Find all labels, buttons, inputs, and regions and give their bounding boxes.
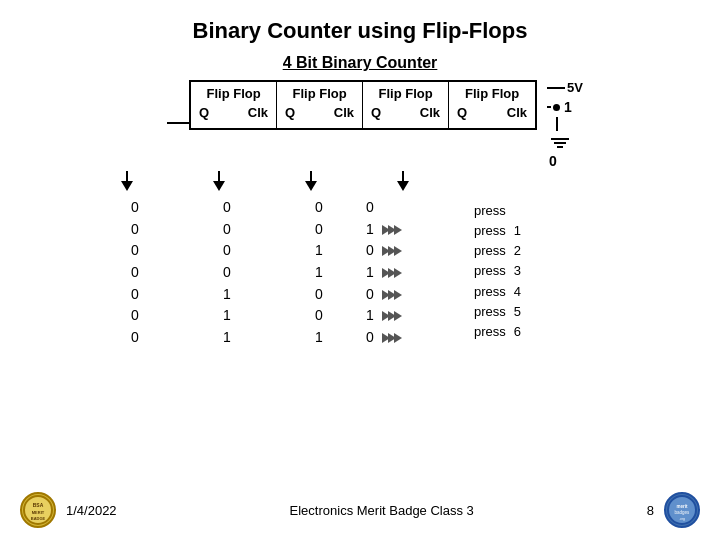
press-section: press press 1 press 2 press 3 press 4 pr… bbox=[474, 201, 524, 349]
svg-text:badges: badges bbox=[675, 510, 691, 515]
c1r3: 0 bbox=[131, 240, 139, 262]
arrow-ff2 bbox=[174, 171, 264, 193]
press-num-4: 4 bbox=[514, 282, 524, 302]
press-row-0: press bbox=[474, 201, 524, 221]
footer-date: 1/4/2022 bbox=[66, 503, 117, 518]
vert-connector bbox=[556, 117, 558, 131]
down-arrow-4 bbox=[393, 171, 413, 193]
c4r3-row: 0 bbox=[366, 240, 456, 262]
svg-marker-7 bbox=[397, 181, 409, 191]
c1r7: 0 bbox=[131, 327, 139, 349]
output1-dot bbox=[553, 104, 560, 111]
footer-center-text: Electronics Merit Badge Class 3 bbox=[290, 503, 474, 518]
ff4-q: Q bbox=[457, 105, 467, 120]
footer-right: 8 merit badges .org bbox=[647, 492, 700, 528]
c2r6: 1 bbox=[223, 305, 231, 327]
flip-flop-3: Flip Flop Q Clk bbox=[363, 82, 449, 128]
c4r7-row: 0 bbox=[366, 327, 456, 349]
c4r1: 0 bbox=[366, 197, 378, 219]
flip-flop-1: Flip Flop Q Clk bbox=[191, 82, 277, 128]
c3r2: 0 bbox=[315, 219, 323, 241]
c4r5-row: 0 bbox=[366, 284, 456, 306]
arrow-ff4 bbox=[358, 171, 448, 193]
c3r3: 1 bbox=[315, 240, 323, 262]
ff2-q: Q bbox=[285, 105, 295, 120]
svg-text:.org: .org bbox=[679, 517, 685, 521]
press-num-3: 3 bbox=[514, 261, 524, 281]
right-power-section: 5V 1 0 bbox=[547, 78, 583, 169]
c3r7: 1 bbox=[315, 327, 323, 349]
press-label-0: press bbox=[474, 201, 506, 221]
ff4-clk: Clk bbox=[507, 105, 527, 120]
press-label-2: press bbox=[474, 241, 506, 261]
press-row-4: press 4 bbox=[474, 282, 524, 302]
left-badge-icon: BSA MERIT BADGE bbox=[20, 492, 56, 528]
c3r6: 0 bbox=[315, 305, 323, 327]
svg-text:MERIT: MERIT bbox=[32, 510, 45, 515]
press-row-6: press 6 bbox=[474, 322, 524, 342]
out1-wire bbox=[547, 106, 551, 108]
c1r1: 0 bbox=[131, 197, 139, 219]
c4r4-row: 1 bbox=[366, 262, 456, 284]
press-label-6: press bbox=[474, 322, 506, 342]
flip-flop-group: Flip Flop Q Clk Flip Flop Q Clk Flip Flo… bbox=[189, 80, 537, 130]
svg-marker-1 bbox=[121, 181, 133, 191]
c4r2-row: 1 bbox=[366, 219, 456, 241]
press-num-6: 6 bbox=[514, 322, 524, 342]
page-title: Binary Counter using Flip-Flops bbox=[0, 0, 720, 54]
c2r1: 0 bbox=[223, 197, 231, 219]
c4r3: 0 bbox=[366, 240, 378, 262]
footer-left: BSA MERIT BADGE 1/4/2022 bbox=[20, 492, 117, 528]
svg-text:BADGE: BADGE bbox=[31, 516, 46, 521]
subtitle: 4 Bit Binary Counter bbox=[0, 54, 720, 72]
c2r3: 0 bbox=[223, 240, 231, 262]
ff1-clk: Clk bbox=[248, 105, 268, 120]
c2r5: 1 bbox=[223, 284, 231, 306]
c4r6: 1 bbox=[366, 305, 378, 327]
c1r6: 0 bbox=[131, 305, 139, 327]
vcc-label: 5V bbox=[567, 80, 583, 95]
data-col-1: 0 0 0 0 0 0 0 bbox=[90, 197, 180, 349]
c2r4: 0 bbox=[223, 262, 231, 284]
c1r2: 0 bbox=[131, 219, 139, 241]
footer: BSA MERIT BADGE 1/4/2022 Electronics Mer… bbox=[0, 492, 720, 528]
svg-text:BSA: BSA bbox=[33, 502, 44, 508]
right-logo-icon: merit badges .org bbox=[664, 492, 700, 528]
arrow-ff1 bbox=[82, 171, 172, 193]
ff3-label: Flip Flop bbox=[363, 82, 448, 103]
data-col-2: 0 0 0 0 1 1 1 bbox=[182, 197, 272, 349]
down-arrow-1 bbox=[117, 171, 137, 193]
ff2-label: Flip Flop bbox=[277, 82, 362, 103]
ff3-q: Q bbox=[371, 105, 381, 120]
c4r2: 1 bbox=[366, 219, 378, 241]
arrow-indicator-2 bbox=[382, 225, 402, 235]
c3r4: 1 bbox=[315, 262, 323, 284]
press-num-2: 2 bbox=[514, 241, 524, 261]
c4r6-row: 1 bbox=[366, 305, 456, 327]
c3r1: 0 bbox=[315, 197, 323, 219]
data-col-4: 0 1 0 1 bbox=[366, 197, 456, 349]
vcc-wire bbox=[547, 87, 565, 89]
arrow-indicator-5 bbox=[382, 290, 402, 300]
press-label-1: press bbox=[474, 221, 506, 241]
input-wire bbox=[167, 122, 189, 124]
press-label-3: press bbox=[474, 261, 506, 281]
arrow-indicator-6 bbox=[382, 311, 402, 321]
press-label-5: press bbox=[474, 302, 506, 322]
c2r2: 0 bbox=[223, 219, 231, 241]
ff1-q: Q bbox=[199, 105, 209, 120]
data-col-3: 0 0 1 1 0 0 1 bbox=[274, 197, 364, 349]
arrow-indicator-3 bbox=[382, 246, 402, 256]
arrow-indicator-4 bbox=[382, 268, 402, 278]
flip-flop-2: Flip Flop Q Clk bbox=[277, 82, 363, 128]
footer-page-num: 8 bbox=[647, 503, 654, 518]
svg-text:merit: merit bbox=[676, 504, 688, 509]
press-row-3: press 3 bbox=[474, 261, 524, 281]
press-num-5: 5 bbox=[514, 302, 524, 322]
output1-label: 1 bbox=[564, 99, 572, 115]
press-row-1: press 1 bbox=[474, 221, 524, 241]
flip-flop-4: Flip Flop Q Clk bbox=[449, 82, 535, 128]
c4r4: 1 bbox=[366, 262, 378, 284]
press-row-2: press 2 bbox=[474, 241, 524, 261]
ground-symbol bbox=[551, 137, 569, 149]
